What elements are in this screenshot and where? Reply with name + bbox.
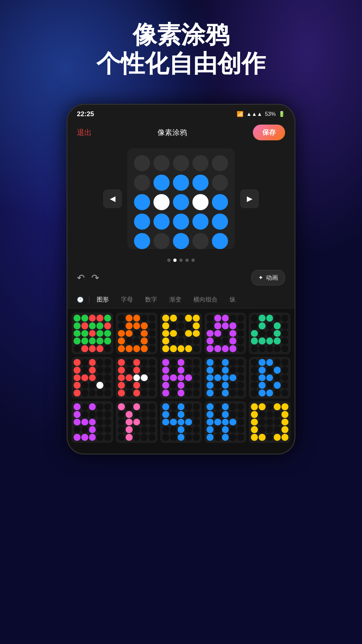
pixel-cell[interactable] [212,194,228,210]
patterns-grid [67,309,295,447]
pixel-cell[interactable] [134,155,150,171]
pattern-dot [133,322,140,329]
dots-indicator-dot[interactable] [185,259,189,262]
tab-numbers[interactable]: 数字 [139,291,163,308]
tab-vcombo[interactable]: 纵 [224,291,242,308]
pixel-cell[interactable] [173,194,189,210]
pattern-dot [104,374,111,381]
next-arrow-button[interactable]: ▶ [240,189,259,208]
save-button[interactable]: 保存 [253,125,285,140]
pattern-dot [207,389,214,397]
headline-section: 像素涂鸦 个性化自由创作 [0,20,362,78]
pattern-dot [207,419,214,426]
undo-button[interactable]: ↶ [77,272,85,283]
redo-button[interactable]: ↷ [91,272,99,283]
pattern-thumbnail[interactable] [249,401,290,443]
pixel-cell[interactable] [153,175,170,191]
pattern-thumbnail[interactable] [249,357,290,399]
pattern-dot [96,367,103,374]
pixel-cell[interactable] [192,194,209,210]
pattern-dot [237,337,244,344]
pixel-cell[interactable] [134,194,150,210]
pattern-thumbnail[interactable] [160,357,202,399]
pattern-dot [162,367,169,374]
pattern-thumbnail[interactable] [205,357,246,399]
pixel-cell[interactable] [153,233,170,249]
pattern-dot [126,359,133,366]
pattern-thumbnail[interactable] [116,313,157,354]
tab-letters[interactable]: 字母 [115,291,139,308]
pattern-dot [251,426,258,433]
pattern-dot [185,322,192,329]
pattern-dot [207,382,214,389]
pattern-dot [237,315,244,322]
pattern-dot [118,315,125,322]
pattern-dot [81,315,88,322]
pattern-dot [148,315,155,322]
pixel-cell[interactable] [134,233,150,249]
pixel-cell[interactable] [212,233,228,249]
pixel-cell[interactable] [212,155,228,171]
exit-button[interactable]: 退出 [77,128,92,138]
pixel-cell[interactable] [134,175,150,191]
dots-indicator-dot[interactable] [191,259,195,262]
pixel-cell[interactable] [212,214,228,230]
pattern-dot [281,382,288,389]
pattern-dot [133,411,140,418]
tab-gradient[interactable]: 渐变 [163,291,187,308]
pattern-dot [96,359,103,366]
prev-arrow-button[interactable]: ◀ [103,189,122,208]
pattern-dot [162,411,169,418]
dots-indicator-dot[interactable] [167,259,171,262]
pattern-thumbnail[interactable] [160,313,202,354]
pattern-dot [229,330,236,337]
pattern-thumbnail[interactable] [116,357,157,399]
tab-shapes[interactable]: 图形 [91,291,115,308]
pixel-cell[interactable] [173,155,189,171]
wifi-icon: 📶 [237,111,243,117]
tab-clock[interactable]: 🕛 [73,292,88,308]
pattern-dot [141,322,148,329]
pattern-dot [170,382,177,389]
dots-indicator-dot[interactable] [173,259,177,262]
pattern-dot [281,367,288,374]
pixel-cell[interactable] [173,214,189,230]
pattern-thumbnail[interactable] [116,401,157,443]
pixel-cell[interactable] [153,155,170,171]
pattern-thumbnail[interactable] [249,313,290,354]
pattern-dot [281,330,288,337]
tab-hcombo[interactable]: 横向组合 [187,291,224,308]
pattern-dot [89,359,96,366]
pattern-dot [74,419,81,426]
pattern-thumbnail[interactable] [160,401,202,443]
pattern-dot [214,345,221,352]
animate-button[interactable]: ✦ 动画 [251,270,285,285]
pattern-dot [259,322,266,329]
pattern-thumbnail[interactable] [72,401,113,443]
pattern-dot [214,419,221,426]
pattern-thumbnail[interactable] [72,313,113,354]
pattern-dot [266,419,273,426]
pixel-cell[interactable] [173,175,189,191]
pattern-dot [170,434,177,441]
pixel-cell[interactable] [192,175,209,191]
pattern-thumbnail[interactable] [205,401,246,443]
pattern-dot [237,403,244,410]
pixel-cell[interactable] [134,214,150,230]
pattern-dot [178,359,185,366]
pattern-dot [266,315,273,322]
pixel-cell[interactable] [212,175,228,191]
pattern-dot [274,345,281,352]
pattern-thumbnail[interactable] [72,357,113,399]
pixel-cell[interactable] [192,214,209,230]
pattern-thumbnail[interactable] [205,313,246,354]
pixel-cell[interactable] [192,155,209,171]
pixel-cell[interactable] [192,233,209,249]
dots-indicator [67,256,295,267]
pixel-cell[interactable] [153,194,170,210]
pixel-cell[interactable] [173,233,189,249]
pixel-canvas[interactable] [127,148,235,249]
dots-indicator-dot[interactable] [179,259,183,262]
pixel-cell[interactable] [153,214,170,230]
pattern-dot [89,367,96,374]
